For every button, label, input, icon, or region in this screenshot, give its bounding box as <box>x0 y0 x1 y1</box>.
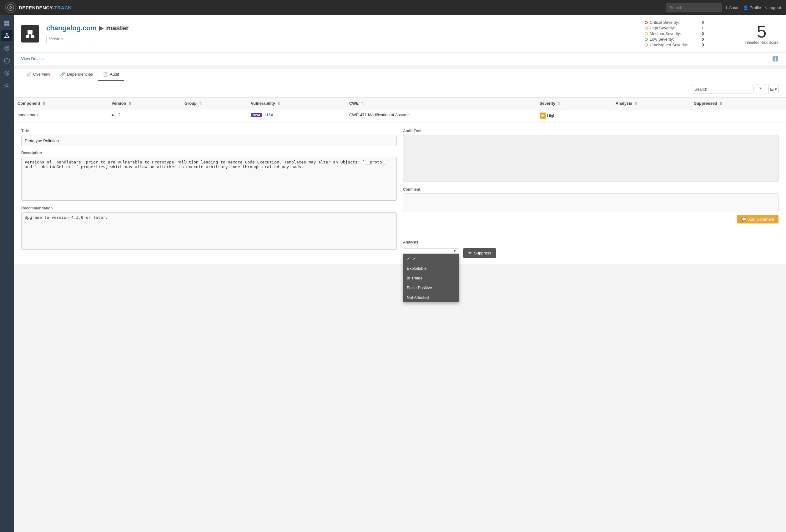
analysis-option-blank[interactable]: ✓ <box>403 254 459 263</box>
profile-link[interactable]: 👤 Profile <box>743 5 761 10</box>
severity-row-critical: Critical Severity: 0 <box>645 20 732 25</box>
recommendation-section: Recommendation Upgrade to version 4.3.0 … <box>21 206 397 251</box>
brand: D DEPENDENCY-TRACK <box>5 2 72 13</box>
add-comment-button[interactable]: 💬 Add Comment <box>737 215 779 224</box>
analysis-option-false-positive[interactable]: False Positive <box>403 283 459 293</box>
svg-line-19 <box>27 34 30 35</box>
sort-icon-cwe: ⇅ <box>361 101 364 105</box>
svg-rect-2 <box>4 21 6 23</box>
col-version: Version ⇅ <box>108 98 181 109</box>
recommendation-textarea[interactable]: Upgrade to version 4.3.0 or later. <box>21 212 397 250</box>
tab-overview[interactable]: 📈 Overview <box>21 69 55 80</box>
analysis-dropdown-header[interactable]: ▼ <box>403 249 459 254</box>
detail-panel-row: Title Description Versions of `handlebar… <box>14 122 786 264</box>
breadcrumb-arrow: ▶ <box>99 25 103 31</box>
refresh-button[interactable]: ↻ <box>756 84 766 94</box>
analysis-dropdown-wrapper: ▼ ✓ <box>403 248 459 254</box>
analysis-row: ▼ ✓ <box>403 248 779 258</box>
table-toolbar: ↻ ⊞ ▾ <box>14 81 786 97</box>
vuln-link[interactable]: 1164 <box>264 113 273 117</box>
navbar-search-input[interactable] <box>666 3 722 12</box>
description-textarea[interactable]: Versions of `handlebars` prior to are vu… <box>21 157 397 201</box>
navbar-right: ℹ About 👤 Profile ⎋ Logout <box>666 3 781 12</box>
tab-dependencies[interactable]: 🔗 Dependencies <box>55 69 98 80</box>
info-circle-icon: ℹ️ <box>772 56 779 62</box>
severity-row-medium: Medium Severity: 0 <box>645 31 732 36</box>
table-row[interactable]: handlebars 4.1.2 NPM 1164 CWE-471 Modifi… <box>14 109 786 122</box>
project-header: changelog.com ▶ master Version Critical … <box>14 15 786 52</box>
detail-grid: Title Description Versions of `handlebar… <box>21 129 779 258</box>
logout-icon: ⎋ <box>765 5 767 10</box>
view-details-link[interactable]: View Details <box>21 56 43 61</box>
analysis-dropdown-menu: ✓ Exploitable In Triage <box>403 254 459 302</box>
tab-audit[interactable]: 📋 Audit <box>98 69 124 80</box>
svg-point-12 <box>5 46 9 50</box>
sort-icon-analysis: ⇅ <box>635 101 638 105</box>
col-cwe: CWE ⇅ <box>345 98 536 109</box>
main-content: changelog.com ▶ master Version Critical … <box>14 15 786 532</box>
cell-suppressed <box>690 109 786 122</box>
audit-trail-section: Audit Trail <box>403 129 779 183</box>
col-severity: Severity ⇅ <box>536 98 612 109</box>
dependencies-icon: 🔗 <box>60 72 65 76</box>
sidebar-item-projects[interactable] <box>1 30 13 41</box>
version-dropdown[interactable]: Version <box>46 35 96 43</box>
sidebar-item-settings[interactable] <box>1 80 13 91</box>
comment-textarea[interactable] <box>403 193 779 212</box>
col-analysis: Analysis ⇅ <box>612 98 690 109</box>
severity-star-icon: ★ <box>540 113 546 119</box>
detail-panel: Title Description Versions of `handlebar… <box>14 122 786 264</box>
analysis-option-not-affected[interactable]: Not Affected <box>403 293 459 302</box>
user-icon: 👤 <box>743 5 748 10</box>
svg-rect-5 <box>7 23 9 26</box>
svg-line-10 <box>7 34 9 37</box>
dropdown-arrow-icon: ▼ <box>453 249 457 253</box>
table-search-input[interactable] <box>691 85 754 93</box>
sidebar <box>0 15 14 532</box>
overview-icon: 📈 <box>26 72 31 76</box>
suppress-button[interactable]: 👁 Suppress <box>463 248 496 258</box>
analysis-option-in-triage[interactable]: In Triage <box>403 273 459 283</box>
svg-line-20 <box>30 34 32 35</box>
col-suppressed: Suppressed ⇅ <box>690 98 786 109</box>
logout-link[interactable]: ⎋ Logout <box>765 5 781 10</box>
analysis-dropdown[interactable]: ▼ <box>403 248 459 254</box>
analysis-option-exploitable[interactable]: Exploitable <box>403 263 459 273</box>
svg-rect-4 <box>4 23 6 26</box>
col-vulnerability: Vulnerability ⇅ <box>247 98 345 109</box>
sort-icon-severity: ⇅ <box>558 101 560 105</box>
comment-icon: 💬 <box>741 217 746 222</box>
col-component: Component ⇅ <box>14 98 108 109</box>
sidebar-item-vulnerabilities[interactable] <box>1 55 13 66</box>
svg-rect-6 <box>6 33 7 34</box>
sidebar-item-components[interactable] <box>1 43 13 54</box>
navbar: D DEPENDENCY-TRACK ℹ About 👤 Profile ⎋ L… <box>0 0 786 15</box>
version-select-wrapper: Version <box>46 35 637 43</box>
navbar-logo: D <box>5 2 16 13</box>
columns-button[interactable]: ⊞ ▾ <box>768 84 779 94</box>
audit-trail-textarea <box>403 135 779 182</box>
medium-dot <box>645 32 648 35</box>
sort-icon-group: ⇅ <box>199 101 202 105</box>
title-input[interactable] <box>21 135 397 146</box>
col-group: Group ⇅ <box>181 98 247 109</box>
about-link[interactable]: ℹ About <box>726 5 739 10</box>
audit-table: Component ⇅ Version ⇅ Group ⇅ Vulnerabil… <box>14 97 786 264</box>
analysis-section: Analysis ▼ <box>403 240 779 258</box>
cell-cwe: CWE-471 Modification of Assume... <box>345 109 536 122</box>
sort-icon-version: ⇅ <box>129 101 131 105</box>
project-icon <box>21 25 39 43</box>
severity-row-unassigned: Unassigned Severity: 0 <box>645 43 732 47</box>
layout: changelog.com ▶ master Version Critical … <box>0 15 786 532</box>
svg-line-9 <box>5 34 7 37</box>
severity-summary: Critical Severity: 0 High Severity: 1 Me… <box>645 20 732 47</box>
npm-badge: NPM <box>251 113 261 117</box>
navbar-title: DEPENDENCY-TRACK <box>19 5 72 10</box>
svg-rect-17 <box>26 35 29 38</box>
svg-text:D: D <box>9 6 12 9</box>
sort-icon-suppressed: ⇅ <box>719 101 722 105</box>
navbar-search <box>666 3 722 12</box>
title-section: Title <box>21 129 397 146</box>
sidebar-item-dashboard[interactable] <box>1 18 13 29</box>
sidebar-item-policy[interactable] <box>1 68 13 79</box>
